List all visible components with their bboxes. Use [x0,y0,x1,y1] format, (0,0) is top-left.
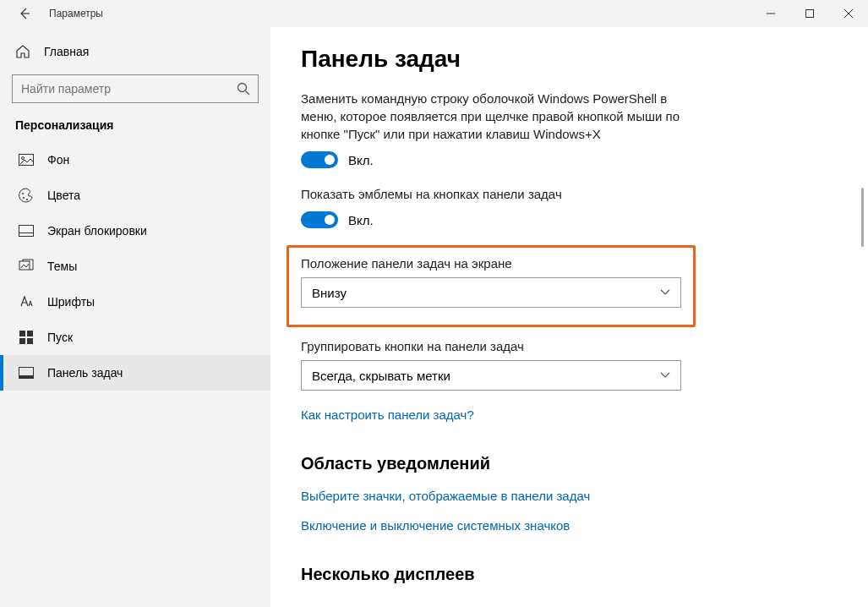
close-button[interactable] [829,0,868,27]
toggle-badges[interactable] [301,211,338,228]
window-title: Параметры [49,8,103,19]
search-input[interactable] [12,74,259,103]
chevron-down-icon [660,372,670,379]
svg-rect-0 [806,10,814,18]
svg-point-1 [238,84,247,92]
maximize-button[interactable] [790,0,829,27]
page-title: Панель задач [301,46,834,73]
dropdown-position[interactable]: Внизу [301,277,681,308]
toggle-badges-state: Вкл. [348,213,374,227]
grouping-label: Группировать кнопки на панели задач [301,339,834,353]
sidebar-home-label: Главная [44,45,89,58]
svg-rect-13 [27,338,33,344]
svg-rect-15 [19,375,34,379]
sidebar-item-label: Шрифты [47,295,95,309]
link-select-icons[interactable]: Выберите значки, отображаемые в панели з… [301,489,590,503]
svg-rect-7 [19,226,34,237]
sidebar-item-fonts[interactable]: Шрифты [0,284,270,320]
sidebar-item-label: Пуск [47,331,73,344]
svg-point-5 [23,197,25,199]
sidebar-item-start[interactable]: Пуск [0,320,270,355]
setting-powershell-desc: Заменить командную строку оболочкой Wind… [301,90,681,143]
palette-icon [19,188,34,203]
sidebar-item-colors[interactable]: Цвета [0,178,270,213]
sidebar-section-label: Персонализация [0,113,270,142]
taskbar-icon [19,365,34,380]
svg-point-3 [22,157,25,160]
search-box[interactable] [12,74,259,103]
maximize-icon [805,9,814,18]
content-area: Панель задач Заменить командную строку о… [270,27,868,607]
position-label: Положение панели задач на экране [301,256,681,271]
sidebar-item-label: Экран блокировки [47,224,147,238]
sidebar-item-label: Темы [47,260,77,273]
svg-rect-8 [19,233,34,237]
arrow-left-icon [18,7,31,20]
back-button[interactable] [17,6,32,21]
scrollbar-thumb[interactable] [861,188,864,247]
sidebar-item-background[interactable]: Фон [0,142,270,178]
search-icon [237,82,250,96]
section-multiple-displays: Несколько дисплеев [301,565,834,584]
sidebar-nav: Фон Цвета Экран блокировки [0,142,270,391]
scrollbar[interactable] [856,27,868,607]
svg-point-4 [22,193,24,194]
close-icon [844,9,853,18]
sidebar-item-label: Панель задач [47,366,123,380]
toggle-powershell-state: Вкл. [348,153,374,167]
themes-icon [19,259,34,274]
titlebar: Параметры [0,0,868,27]
sidebar-item-themes[interactable]: Темы [0,249,270,284]
link-system-icons[interactable]: Включение и выключение системных значков [301,518,570,533]
dropdown-grouping[interactable]: Всегда, скрывать метки [301,360,681,391]
lockscreen-icon [19,223,34,238]
chevron-down-icon [660,289,670,296]
svg-rect-12 [19,338,25,344]
sidebar-item-taskbar[interactable]: Панель задач [0,355,270,391]
svg-rect-11 [27,331,33,336]
sidebar-item-label: Цвета [47,189,80,202]
svg-rect-10 [19,331,25,336]
picture-icon [19,152,34,167]
highlight-box: Положение панели задач на экране Внизу [287,245,696,327]
sidebar-home[interactable]: Главная [0,36,270,68]
setting-badges-desc: Показать эмблемы на кнопках панели задач [301,185,681,203]
sidebar-item-lockscreen[interactable]: Экран блокировки [0,213,270,249]
link-help-taskbar[interactable]: Как настроить панели задач? [301,407,474,422]
home-icon [15,44,30,59]
sidebar-item-label: Фон [47,153,69,167]
dropdown-grouping-value: Всегда, скрывать метки [312,369,450,383]
fonts-icon [19,294,34,309]
minimize-button[interactable] [751,0,790,27]
window-controls [751,0,868,27]
start-icon [19,330,34,345]
dropdown-position-value: Внизу [312,286,347,300]
svg-point-6 [26,199,28,200]
toggle-powershell[interactable] [301,151,338,168]
minimize-icon [767,9,775,18]
sidebar: Главная Персонализация Фон [0,27,270,607]
section-notification-area: Область уведомлений [301,454,834,473]
